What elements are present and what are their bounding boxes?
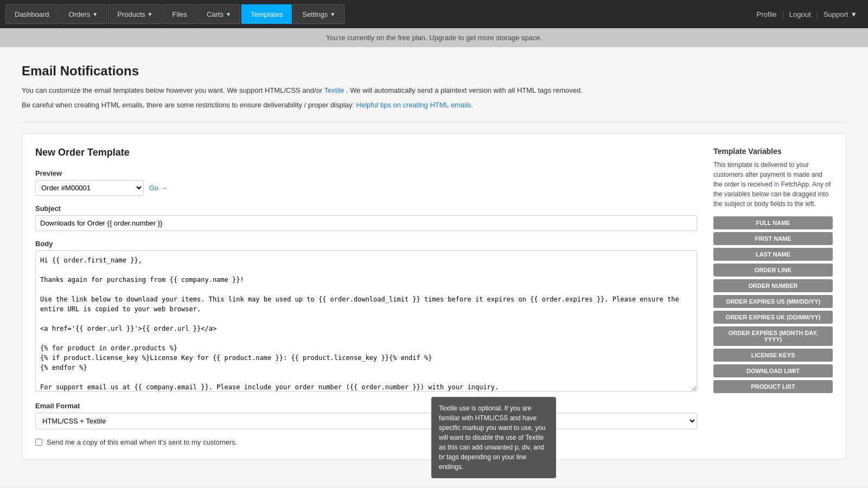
variable-buttons: FULL NAMEFIRST NAMELAST NAMEORDER LINKOR…	[713, 216, 833, 393]
helpful-tips-link[interactable]: Helpful tips on creating HTML emails.	[356, 101, 474, 109]
intro-paragraph-1: You can customize the email templates be…	[22, 85, 846, 97]
nav-products[interactable]: Products ▼	[108, 4, 162, 24]
nav-carts[interactable]: Carts ▼	[197, 4, 240, 24]
subject-input[interactable]	[35, 215, 697, 231]
nav-settings[interactable]: Settings ▼	[293, 4, 344, 24]
var-btn-order-expires-uk-ddmmyy[interactable]: ORDER EXPIRES UK (DD/MM/YY)	[713, 311, 833, 324]
var-btn-last-name[interactable]: LAST NAME	[713, 248, 833, 261]
format-group: Email Format HTML/CSS + Textile HTML/CSS…	[35, 402, 697, 429]
nav-links: Dashboard Orders ▼ Products ▼ Files Cart…	[5, 4, 344, 24]
template-sidebar: Template Variables This template is deli…	[713, 147, 833, 446]
subject-group: Subject	[35, 204, 697, 231]
copy-checkbox[interactable]	[35, 439, 42, 446]
navbar: Dashboard Orders ▼ Products ▼ Files Cart…	[0, 0, 868, 28]
go-link[interactable]: Go →	[149, 184, 168, 192]
body-label: Body	[35, 240, 697, 248]
nav-orders[interactable]: Orders ▼	[60, 4, 107, 24]
nav-dashboard[interactable]: Dashboard	[5, 4, 59, 24]
var-btn-first-name[interactable]: FIRST NAME	[713, 232, 833, 245]
section-divider	[22, 122, 846, 123]
intro-paragraph-2: Be careful when creating HTML emails, th…	[22, 100, 846, 111]
var-btn-order-expires-us-mmddyy[interactable]: ORDER EXPIRES US (MM/DD/YY)	[713, 295, 833, 308]
format-label: Email Format	[35, 402, 697, 410]
orders-arrow-icon: ▼	[92, 11, 98, 17]
template-title: New Order Template	[35, 147, 697, 158]
body-textarea[interactable]	[35, 251, 697, 391]
nav-templates[interactable]: Templates	[241, 4, 292, 24]
preview-label: Preview	[35, 169, 697, 177]
checkbox-row: Send me a copy of this email when it's s…	[35, 438, 697, 446]
format-select[interactable]: HTML/CSS + Textile HTML/CSS only Plain T…	[35, 413, 697, 429]
profile-link[interactable]: Profile	[751, 10, 782, 18]
var-btn-order-link[interactable]: ORDER LINK	[713, 264, 833, 277]
var-btn-order-number[interactable]: ORDER NUMBER	[713, 279, 833, 292]
settings-arrow-icon: ▼	[330, 11, 335, 17]
template-form: New Order Template Preview Order #M00001…	[35, 147, 697, 446]
support-arrow-icon: ▼	[850, 10, 857, 18]
carts-arrow-icon: ▼	[226, 11, 231, 17]
sidebar-desc: This template is delivered to your custo…	[713, 160, 833, 209]
tooltip-box: Textile use is optional. If you are fami…	[431, 397, 556, 478]
nav-right: Profile | Logout | Support ▼	[751, 10, 863, 18]
subject-label: Subject	[35, 204, 697, 213]
var-btn-full-name[interactable]: FULL NAME	[713, 216, 833, 229]
body-group: Body	[35, 240, 697, 393]
template-card: New Order Template Preview Order #M00001…	[22, 133, 846, 460]
sidebar-title: Template Variables	[713, 147, 833, 156]
products-arrow-icon: ▼	[148, 11, 153, 17]
main-content: Email Notifications You can customize th…	[0, 47, 868, 486]
var-btn-license-keys[interactable]: LICENSE KEYS	[713, 349, 833, 362]
page-title: Email Notifications	[22, 63, 846, 79]
fetchapp-link[interactable]: in	[774, 181, 779, 188]
preview-select[interactable]: Order #M00001 Order #M00002 Order #M0000…	[35, 180, 144, 196]
var-btn-product-list[interactable]: PRODUCT LIST	[713, 380, 833, 393]
nav-files[interactable]: Files	[163, 4, 196, 24]
textile-link[interactable]: Textile	[324, 86, 344, 94]
preview-group: Preview Order #M00001 Order #M00002 Orde…	[35, 169, 697, 196]
upgrade-banner: You're currently on the free plan. Upgra…	[0, 28, 868, 47]
logout-link[interactable]: Logout	[784, 10, 816, 18]
var-btn-order-expires-month-day-yyyy[interactable]: ORDER EXPIRES (MONTH DAY, YYYY)	[713, 326, 833, 346]
checkbox-label: Send me a copy of this email when it's s…	[47, 438, 237, 446]
preview-row: Order #M00001 Order #M00002 Order #M0000…	[35, 180, 697, 196]
var-btn-download-limit[interactable]: DOWNLOAD LIMIT	[713, 364, 833, 377]
support-link[interactable]: Support ▼	[818, 10, 863, 18]
